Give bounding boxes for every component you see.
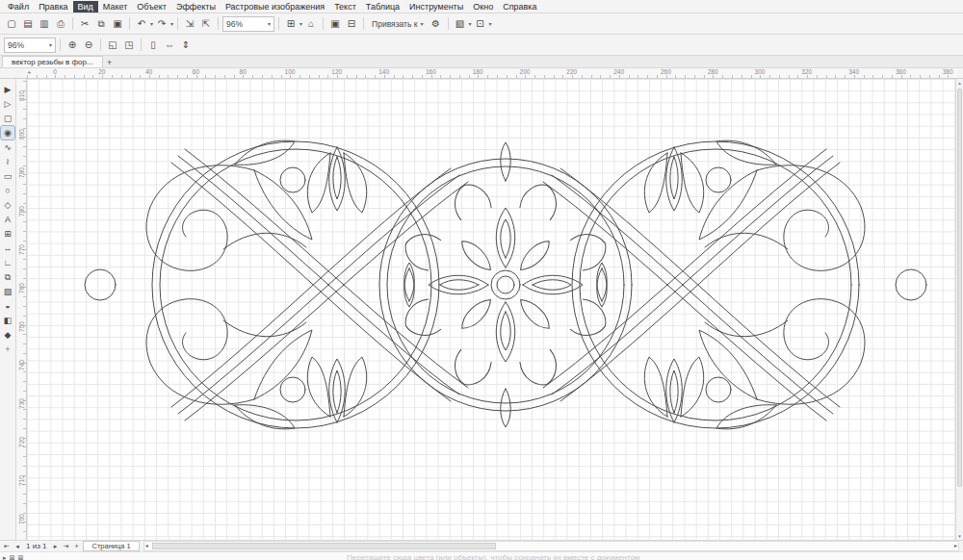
new-document-tab-button[interactable]: + xyxy=(103,58,117,67)
scroll-left-icon[interactable]: ◂ xyxy=(145,542,148,550)
horizontal-scrollbar[interactable]: ◂ ▸ xyxy=(143,541,959,551)
zoom-to-page-width-button[interactable]: ⇔ xyxy=(162,38,177,53)
chevron-down-icon[interactable]: ▾ xyxy=(299,20,302,27)
rectangle-tool[interactable]: ▭ xyxy=(1,169,14,183)
page-tab[interactable]: Страница 1 xyxy=(83,541,139,551)
smart-fill-tool[interactable]: ◆ xyxy=(1,328,14,342)
zoom-in-button[interactable]: ⊕ xyxy=(65,38,80,53)
menu-объект[interactable]: Объект xyxy=(132,1,171,13)
toolbar-separator xyxy=(363,17,364,30)
undo-button[interactable]: ↶ xyxy=(134,16,149,32)
pick-tool[interactable]: ▶ xyxy=(1,83,14,96)
connector-tool[interactable]: ∟ xyxy=(1,256,14,269)
toolbar-separator xyxy=(100,38,101,51)
text-tool[interactable]: A xyxy=(1,213,14,226)
crop-tool[interactable]: ▢ xyxy=(1,112,14,125)
open-button[interactable]: ▤ xyxy=(20,16,36,32)
horizontal-scrollbar-thumb[interactable] xyxy=(152,543,496,549)
menu-справка[interactable]: Справка xyxy=(498,1,541,13)
scroll-right-icon[interactable]: ▸ xyxy=(954,542,957,550)
ruler-label: 300 xyxy=(755,68,766,75)
export-button[interactable]: ⇱ xyxy=(198,16,214,32)
interactive-fill-tool[interactable]: ◧ xyxy=(1,314,14,327)
layout-panel-button[interactable]: ⊡ xyxy=(473,16,488,32)
polygon-tool[interactable]: ◇ xyxy=(1,198,14,212)
ruler-label: 0 xyxy=(53,68,57,75)
ruler-label: 770 xyxy=(18,242,25,259)
add-page-button[interactable]: + xyxy=(71,543,81,549)
application-launcher-button[interactable]: ⊞ xyxy=(283,16,299,32)
zoom-levels-combo-property[interactable]: 96%▾ xyxy=(4,38,56,53)
scroll-up-icon[interactable]: ▴ xyxy=(956,79,963,87)
menu-эффекты[interactable]: Эффекты xyxy=(171,1,221,13)
first-page-button[interactable]: ⇤ xyxy=(2,543,12,550)
options-button[interactable]: ⚙ xyxy=(429,16,444,32)
scroll-down-icon[interactable]: ▾ xyxy=(956,532,963,540)
previous-page-button[interactable]: ◂ xyxy=(13,543,22,550)
menu-инструменты[interactable]: Инструменты xyxy=(404,1,468,13)
print-button[interactable]: ⎙ xyxy=(53,16,68,32)
menu-правка[interactable]: Правка xyxy=(34,1,72,13)
ruler-origin-button[interactable]: + xyxy=(27,68,32,77)
copy-button[interactable]: ⧉ xyxy=(93,16,109,32)
combo-value: 96% xyxy=(226,19,243,29)
horizontal-ruler[interactable]: + 02040608010012014016018020022024026028… xyxy=(25,68,957,78)
shape-tool[interactable]: ▷ xyxy=(1,97,14,111)
drawing-canvas[interactable] xyxy=(27,79,955,540)
eyedropper-tool[interactable]: ◒ xyxy=(1,299,14,313)
zoom-out-button[interactable]: ⊖ xyxy=(81,38,96,53)
drop-shadow-tool[interactable]: ⧉ xyxy=(1,270,14,284)
snap-to-dropdown[interactable]: Привязать к▾ xyxy=(368,19,427,29)
ellipse-tool[interactable]: ○ xyxy=(1,184,14,197)
menu-вид[interactable]: Вид xyxy=(73,1,98,13)
document-tab[interactable]: вектор резьбы в фор... xyxy=(2,56,103,67)
chevron-down-icon[interactable]: ▾ xyxy=(49,41,52,48)
graphics-panel-button[interactable]: ▧ xyxy=(453,16,468,32)
chevron-down-icon[interactable]: ▾ xyxy=(150,20,153,27)
zoom-to-all-objects-button[interactable]: ◳ xyxy=(121,38,137,53)
next-page-button[interactable]: ▸ xyxy=(50,543,60,550)
artistic-media-tool[interactable]: ≀ xyxy=(1,155,14,168)
new-document-button[interactable]: ▢ xyxy=(4,16,19,32)
paste-button[interactable]: ▣ xyxy=(110,16,125,32)
import-button[interactable]: ⇲ xyxy=(182,16,197,32)
freehand-tool[interactable]: ∿ xyxy=(1,140,14,154)
view-rulers-button[interactable]: ⊟ xyxy=(344,16,359,32)
dimension-tool[interactable]: ↔ xyxy=(1,242,14,255)
chevron-down-icon[interactable]: ▾ xyxy=(469,20,472,27)
redo-button[interactable]: ↷ xyxy=(154,16,169,32)
zoom-tool[interactable]: ◉ xyxy=(1,126,14,140)
cut-button[interactable]: ✂ xyxy=(77,16,92,32)
fullscreen-preview-button[interactable]: ▣ xyxy=(327,16,343,32)
menu-файл[interactable]: Файл xyxy=(3,1,34,13)
vertical-ruler[interactable]: 810800790780770760750740730720710700 xyxy=(16,79,27,540)
toolbox: ▶▷▢◉∿≀▭○◇A⊞↔∟⧉▨◒◧◆+ xyxy=(0,79,16,540)
vertical-scrollbar-thumb[interactable] xyxy=(957,89,962,487)
ruler-label: 360 xyxy=(896,68,906,75)
menu-таблица[interactable]: Таблица xyxy=(361,1,404,13)
ruler-label: 260 xyxy=(661,68,671,75)
vertical-scrollbar[interactable]: ▴ ▾ xyxy=(955,79,963,540)
menu-текст[interactable]: Текст xyxy=(329,1,361,13)
welcome-screen-button[interactable]: ⌂ xyxy=(303,16,319,32)
save-button[interactable]: ▥ xyxy=(37,16,52,32)
chevron-down-icon[interactable]: ▾ xyxy=(170,20,173,27)
toolbar-separator xyxy=(177,17,178,30)
ruler-label: 740 xyxy=(18,357,25,374)
last-page-button[interactable]: ⇥ xyxy=(61,543,70,550)
ornament-drawing[interactable] xyxy=(79,136,932,434)
table-tool[interactable]: ⊞ xyxy=(1,227,14,241)
zoom-to-selection-button[interactable]: ◱ xyxy=(105,38,120,53)
ruler-label: 100 xyxy=(285,68,296,75)
zoom-levels-combo[interactable]: 96%▾ xyxy=(222,16,274,32)
zoom-to-page-height-button[interactable]: ⇕ xyxy=(178,38,194,53)
menu-макет[interactable]: Макет xyxy=(98,1,132,13)
menu-растровые-изображения[interactable]: Растровые изображения xyxy=(221,1,329,13)
menu-окно[interactable]: Окно xyxy=(468,1,498,13)
chevron-down-icon[interactable]: ▾ xyxy=(489,20,492,27)
chevron-down-icon[interactable]: ▾ xyxy=(421,20,424,27)
chevron-down-icon[interactable]: ▾ xyxy=(268,20,271,27)
customize-toolbox-button[interactable]: + xyxy=(5,344,10,354)
transparency-tool[interactable]: ▨ xyxy=(1,285,14,298)
zoom-to-page-button[interactable]: ▯ xyxy=(145,38,161,53)
